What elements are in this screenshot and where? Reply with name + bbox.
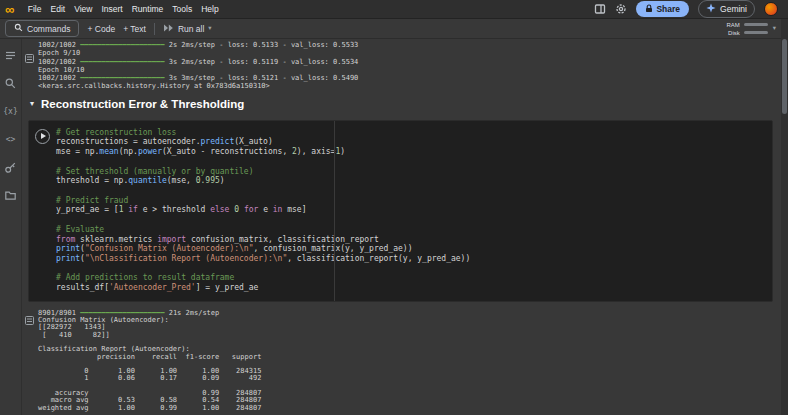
secrets-key-icon[interactable] [4,160,18,174]
section-heading[interactable]: ▾ Reconstruction Error & Thresholding [30,98,781,110]
output-options-icon[interactable] [25,49,34,67]
scrollbar[interactable] [781,19,788,415]
menu-insert[interactable]: Insert [97,2,127,16]
cell-gutter [29,128,56,293]
add-text-button[interactable]: + Text [123,24,146,34]
table-of-contents-icon[interactable] [4,48,18,62]
colab-app: ∞ File Edit View Insert Runtime Tools He… [0,0,788,415]
run-all-button[interactable]: Run all ▾ [163,23,212,35]
editor-ruler [334,121,335,301]
section-title: Reconstruction Error & Thresholding [41,98,244,110]
collapse-section-icon[interactable]: ▾ [30,99,34,108]
scrollbar-thumb[interactable] [782,39,787,114]
menu-edit[interactable]: Edit [46,2,70,16]
menu-tools[interactable]: Tools [168,2,197,16]
lock-icon [645,4,653,15]
menu-file[interactable]: File [23,2,46,16]
resources-area: RAM Disk ▾ [724,22,776,36]
files-folder-icon[interactable] [4,188,18,202]
play-icon [41,133,46,139]
code-editor[interactable]: # Get reconstruction lossreconstructions… [56,128,470,293]
share-label: Share [656,4,680,14]
code-cell: # Get reconstruction lossreconstructions… [28,120,773,302]
menu-view[interactable]: View [70,2,97,16]
variables-icon[interactable]: {x} [4,104,18,118]
menu-runtime[interactable]: Runtime [127,2,168,16]
add-text-label: + Text [123,24,146,34]
resources-chevron-icon[interactable]: ▾ [773,25,776,32]
avatar[interactable] [764,2,778,16]
disk-label: Disk [724,30,740,36]
main-area: {x} <> 1002/1002 ━━━━━━━━━━━━━━━━━━━━ 2s… [0,39,781,415]
left-sidebar: {x} <> [0,39,22,415]
commands-button[interactable]: Commands [5,20,79,37]
search-icon[interactable] [4,76,18,90]
menubar: ∞ File Edit View Insert Runtime Tools He… [0,0,788,19]
sparkle-icon [706,3,716,15]
gemini-label: Gemini [720,4,747,14]
output-options-icon[interactable] [25,311,34,329]
settings-gear-icon[interactable] [615,3,627,15]
menu-list: File Edit View Insert Runtime Tools Help [23,2,223,16]
ram-usage-bar [744,23,768,26]
run-cell-button[interactable] [35,129,50,144]
resources-indicator[interactable]: RAM Disk [724,22,768,36]
training-log: 1002/1002 ━━━━━━━━━━━━━━━━━━━━ 2s 2ms/st… [38,41,781,91]
disk-usage-bar [744,31,768,34]
toolbar-divider [154,23,155,35]
gemini-button[interactable]: Gemini [698,0,755,18]
panel-toggle-icon[interactable] [594,3,606,15]
previous-cell-output: 1002/1002 ━━━━━━━━━━━━━━━━━━━━ 2s 2ms/st… [22,39,781,91]
commands-label: Commands [27,24,70,34]
share-button[interactable]: Share [636,1,689,17]
search-icon [14,23,23,34]
chevron-down-icon: ▾ [208,25,211,32]
code-snippets-icon[interactable]: <> [4,132,18,146]
colab-logo-icon[interactable]: ∞ [5,3,14,16]
ram-label: RAM [724,22,740,28]
notebook-content: 1002/1002 ━━━━━━━━━━━━━━━━━━━━ 2s 2ms/st… [22,39,781,415]
add-code-button[interactable]: + Code [87,24,115,34]
notebook-toolbar: Commands + Code + Text Run all ▾ RAM Dis… [0,19,788,39]
run-all-label: Run all [178,24,204,34]
add-code-label: + Code [87,24,115,34]
run-all-icon [163,23,174,35]
cell-output: 8901/8901 ━━━━━━━━━━━━━━━━━━━━ 21s 2ms/s… [22,310,781,412]
classification-output: 8901/8901 ━━━━━━━━━━━━━━━━━━━━ 21s 2ms/s… [38,310,781,412]
menubar-actions: Share Gemini [594,0,778,18]
menu-help[interactable]: Help [197,2,223,16]
